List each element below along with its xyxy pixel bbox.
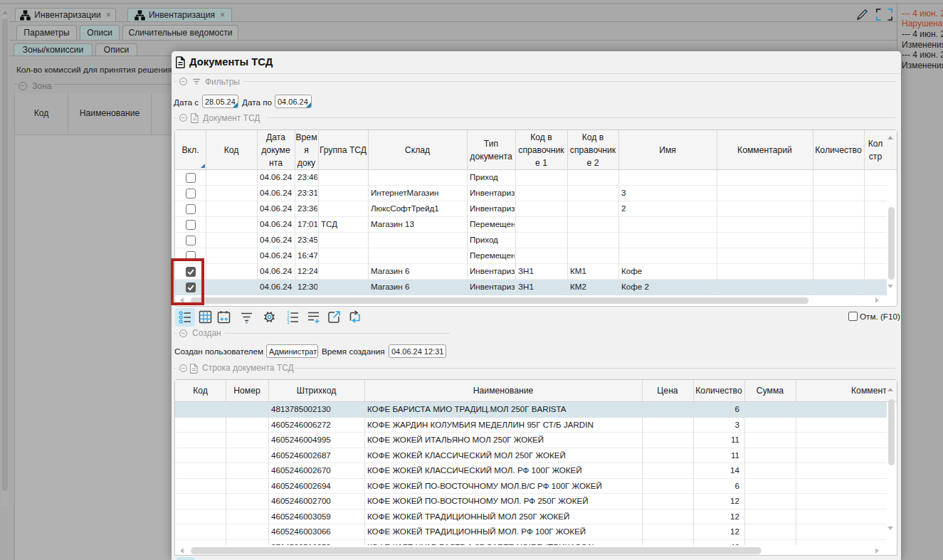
svg-text:3: 3 xyxy=(287,319,290,324)
